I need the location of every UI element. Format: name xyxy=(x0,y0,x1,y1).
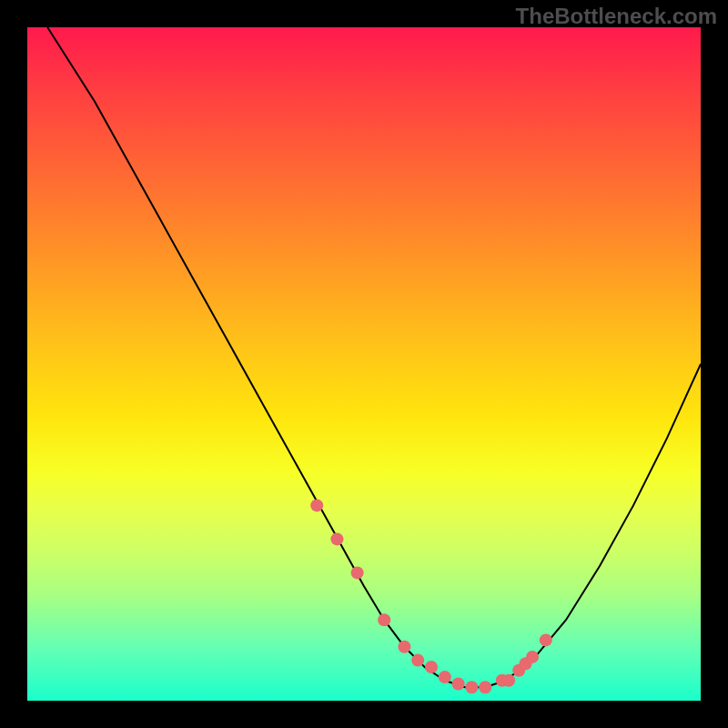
marker-dot xyxy=(378,613,390,626)
watermark-text: TheBottleneck.com xyxy=(516,4,717,29)
marker-dot xyxy=(540,633,552,646)
marker-dot xyxy=(465,681,478,693)
marker-dot xyxy=(439,671,451,683)
marker-dot xyxy=(479,681,491,693)
marker-dot xyxy=(398,641,410,653)
marker-dot xyxy=(452,678,465,691)
marker-dot xyxy=(411,654,424,667)
marker-dot xyxy=(310,499,323,511)
marker-dot xyxy=(425,661,438,673)
marker-dot xyxy=(351,566,364,579)
curve-line xyxy=(47,27,701,687)
marker-dot xyxy=(502,674,515,687)
marker-dots xyxy=(310,499,552,693)
chart-svg xyxy=(27,27,701,701)
marker-dot xyxy=(526,651,539,663)
marker-dot xyxy=(330,532,343,545)
